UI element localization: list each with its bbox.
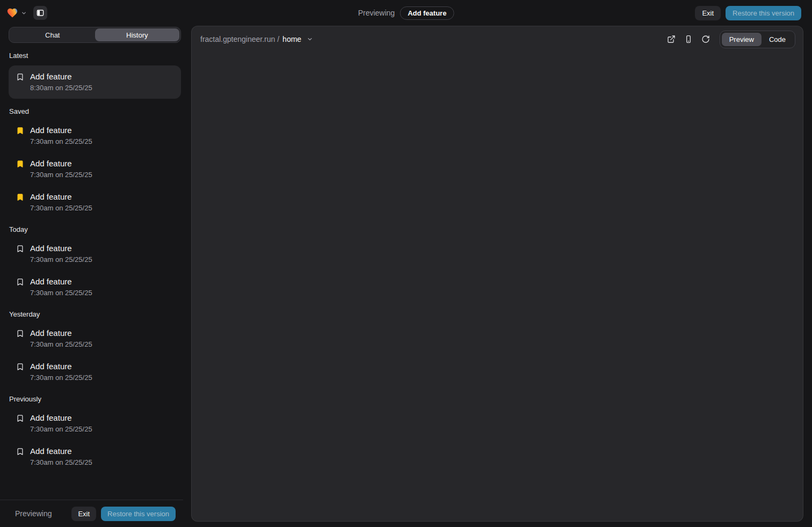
bookmark-icon <box>16 278 24 286</box>
main-area: fractal.gptengineer.run / home <box>183 26 812 527</box>
history-sidebar: ChatHistory Latest Add feature 8:30am on… <box>0 26 183 527</box>
preview-url-page: home <box>282 35 301 43</box>
tab-history[interactable]: History <box>95 28 180 41</box>
lovable-heart-logo-icon <box>6 7 18 19</box>
topbar: Previewing Add feature Exit Restore this… <box>0 0 812 26</box>
history-item-title: Add feature <box>30 413 92 422</box>
history-item[interactable]: Add feature 7:30am on 25/25/25 <box>9 188 181 217</box>
chat-history-tabs: ChatHistory <box>9 27 181 43</box>
history-item-title: Add feature <box>30 192 92 201</box>
footer-restore-version-button[interactable]: Restore this version <box>101 507 176 521</box>
history-item-time: 7:30am on 25/25/25 <box>30 137 92 145</box>
history-section: Latest Add feature 8:30am on 25/25/25 <box>9 52 181 99</box>
history-item[interactable]: Add feature 7:30am on 25/25/25 <box>9 409 181 438</box>
history-item[interactable]: Add feature 7:30am on 25/25/25 <box>9 442 181 471</box>
history-item-time: 8:30am on 25/25/25 <box>30 84 92 92</box>
history-item[interactable]: Add feature 7:30am on 25/25/25 <box>9 121 181 150</box>
history-item-time: 7:30am on 25/25/25 <box>30 204 92 212</box>
bookmark-filled-icon <box>16 193 24 201</box>
history-item-title: Add feature <box>30 277 92 286</box>
toggle-preview[interactable]: Preview <box>722 33 762 46</box>
history-section-title: Saved <box>9 107 181 116</box>
history-item[interactable]: Add feature 7:30am on 25/25/25 <box>9 357 181 386</box>
history-section: Yesterday Add feature 7:30am on 25/25/25… <box>9 310 181 386</box>
bookmark-icon <box>16 73 24 81</box>
preview-url-dropdown[interactable]: fractal.gptengineer.run / home <box>200 35 313 43</box>
history-item-title: Add feature <box>30 72 92 81</box>
footer-previewing-label: Previewing <box>15 509 71 518</box>
mobile-view-button[interactable] <box>682 33 695 46</box>
tab-chat[interactable]: Chat <box>10 28 95 41</box>
preview-url-prefix: fractal.gptengineer.run / <box>200 35 279 43</box>
history-item[interactable]: Add feature 8:30am on 25/25/25 <box>9 65 181 99</box>
history-item[interactable]: Add feature 7:30am on 25/25/25 <box>9 273 181 302</box>
history-item-time: 7:30am on 25/25/25 <box>30 458 92 466</box>
history-item[interactable]: Add feature 7:30am on 25/25/25 <box>9 155 181 184</box>
history-item[interactable]: Add feature 7:30am on 25/25/25 <box>9 324 181 353</box>
history-section: Previously Add feature 7:30am on 25/25/2… <box>9 395 181 471</box>
history-section-title: Previously <box>9 395 181 404</box>
app-menu-trigger[interactable] <box>6 7 27 19</box>
open-in-new-tab-button[interactable] <box>665 33 678 46</box>
external-link-icon <box>667 35 676 43</box>
history-item-time: 7:30am on 25/25/25 <box>30 340 92 348</box>
panel-left-icon <box>36 9 45 17</box>
preview-header: fractal.gptengineer.run / home <box>192 26 803 52</box>
sidebar-footer: Previewing Exit Restore this version <box>0 500 183 527</box>
history-item-time: 7:30am on 25/25/25 <box>30 171 92 179</box>
chevron-down-icon <box>21 10 27 16</box>
history-list: Latest Add feature 8:30am on 25/25/25 Sa… <box>0 43 183 500</box>
history-item-time: 7:30am on 25/25/25 <box>30 425 92 433</box>
history-section-title: Latest <box>9 52 181 60</box>
topbar-actions: Exit Restore this version <box>695 6 801 20</box>
history-item-title: Add feature <box>30 244 92 253</box>
preview-pane: fractal.gptengineer.run / home <box>191 26 803 522</box>
refresh-icon <box>701 35 710 43</box>
history-item-title: Add feature <box>30 447 92 456</box>
history-item[interactable]: Add feature 7:30am on 25/25/25 <box>9 239 181 268</box>
history-section-title: Today <box>9 225 181 234</box>
refresh-button[interactable] <box>699 33 712 46</box>
footer-exit-button[interactable]: Exit <box>71 507 96 521</box>
history-item-time: 7:30am on 25/25/25 <box>30 289 92 297</box>
bookmark-icon <box>16 414 24 422</box>
preview-code-toggle: PreviewCode <box>720 31 795 48</box>
bookmark-icon <box>16 363 24 371</box>
bookmark-icon <box>16 245 24 253</box>
topbar-center: Previewing Add feature <box>358 0 454 26</box>
history-section: Saved Add feature 7:30am on 25/25/25 Add… <box>9 107 181 217</box>
smartphone-icon <box>684 35 693 43</box>
version-badge: Add feature <box>400 6 454 20</box>
history-item-title: Add feature <box>30 159 92 168</box>
history-item-title: Add feature <box>30 126 92 135</box>
previewing-label: Previewing <box>358 9 395 17</box>
bookmark-icon <box>16 330 24 338</box>
restore-version-button[interactable]: Restore this version <box>726 6 801 20</box>
bookmark-icon <box>16 448 24 456</box>
history-section-title: Yesterday <box>9 310 181 319</box>
bookmark-filled-icon <box>16 127 24 135</box>
bookmark-filled-icon <box>16 160 24 168</box>
exit-button[interactable]: Exit <box>695 6 721 20</box>
history-section: Today Add feature 7:30am on 25/25/25 Add… <box>9 225 181 302</box>
history-item-time: 7:30am on 25/25/25 <box>30 374 92 382</box>
history-item-title: Add feature <box>30 328 92 338</box>
preview-header-actions: PreviewCode <box>661 31 795 48</box>
history-item-title: Add feature <box>30 362 92 371</box>
history-item-time: 7:30am on 25/25/25 <box>30 255 92 264</box>
sidebar-toggle-button[interactable] <box>33 6 47 20</box>
toggle-code[interactable]: Code <box>762 33 793 46</box>
preview-body <box>192 52 803 521</box>
chevron-down-icon <box>307 36 313 42</box>
